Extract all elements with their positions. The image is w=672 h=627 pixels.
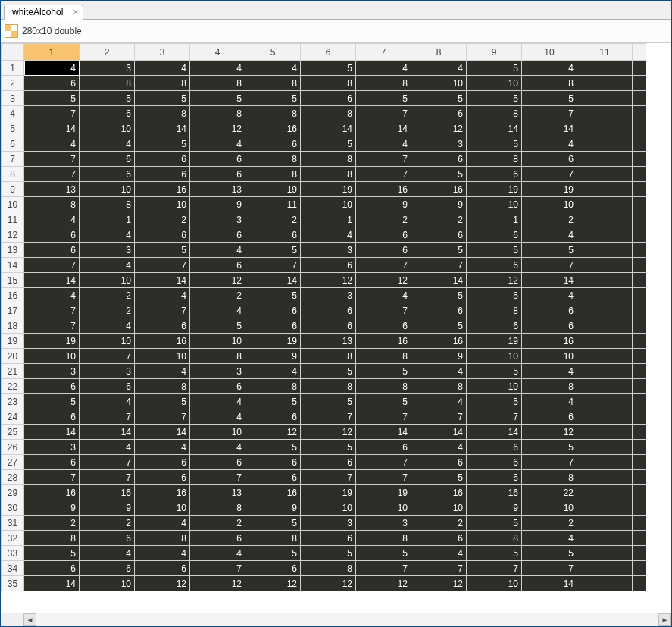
data-cell[interactable]: 7 <box>356 167 411 182</box>
row-header[interactable]: 6 <box>2 136 24 152</box>
data-cell[interactable]: 14 <box>24 576 80 591</box>
data-cell[interactable]: 5 <box>301 440 356 455</box>
data-cell[interactable]: 6 <box>190 379 245 394</box>
data-cell[interactable]: 14 <box>24 273 80 288</box>
data-cell[interactable]: 5 <box>190 91 245 106</box>
row-header[interactable]: 21 <box>2 364 24 379</box>
data-cell[interactable]: 13 <box>190 485 245 500</box>
data-cell[interactable]: 6 <box>245 470 301 485</box>
data-cell[interactable]: 8 <box>467 106 522 121</box>
data-cell[interactable]: 6 <box>190 455 245 470</box>
data-cell[interactable]: 12 <box>411 121 467 136</box>
data-cell[interactable]: 12 <box>356 576 411 591</box>
data-cell[interactable]: 4 <box>411 440 467 455</box>
data-cell[interactable]: 8 <box>467 303 522 318</box>
data-cell[interactable]: 16 <box>411 485 467 500</box>
row-header[interactable]: 33 <box>2 546 24 561</box>
row-header[interactable]: 27 <box>2 455 24 470</box>
data-cell[interactable]: 2 <box>190 288 245 303</box>
row-header[interactable]: 28 <box>2 470 24 485</box>
data-cell[interactable]: 5 <box>467 394 522 409</box>
data-cell[interactable]: 8 <box>245 76 301 91</box>
data-cell[interactable]: 10 <box>411 76 467 91</box>
row-header[interactable]: 3 <box>2 91 24 106</box>
data-cell[interactable]: 3 <box>80 364 135 379</box>
data-cell[interactable]: 14 <box>467 121 522 136</box>
data-cell[interactable]: 4 <box>80 546 135 561</box>
data-cell[interactable]: 7 <box>24 152 80 167</box>
data-cell[interactable]: 7 <box>245 258 301 273</box>
data-cell[interactable]: 13 <box>190 182 245 197</box>
data-cell[interactable]: 3 <box>24 364 80 379</box>
data-cell[interactable]: 5 <box>467 243 522 258</box>
data-cell[interactable]: 10 <box>190 334 245 349</box>
empty-cell[interactable] <box>577 455 633 470</box>
row-header[interactable]: 7 <box>2 152 24 167</box>
data-cell[interactable]: 9 <box>190 197 245 212</box>
data-cell[interactable]: 3 <box>356 516 411 531</box>
data-cell[interactable]: 10 <box>522 197 577 212</box>
data-cell[interactable]: 3 <box>190 364 245 379</box>
data-cell[interactable]: 6 <box>467 258 522 273</box>
data-cell[interactable]: 8 <box>522 76 577 91</box>
data-cell[interactable]: 4 <box>522 364 577 379</box>
data-cell[interactable]: 14 <box>135 273 190 288</box>
data-cell[interactable]: 9 <box>411 197 467 212</box>
data-cell[interactable]: 6 <box>411 152 467 167</box>
data-cell[interactable]: 8 <box>24 531 80 546</box>
data-cell[interactable]: 5 <box>522 440 577 455</box>
data-cell[interactable]: 6 <box>135 227 190 243</box>
data-cell[interactable]: 12 <box>301 425 356 440</box>
data-cell[interactable]: 6 <box>135 470 190 485</box>
data-cell[interactable]: 2 <box>522 212 577 227</box>
data-cell[interactable]: 7 <box>24 470 80 485</box>
data-cell[interactable]: 9 <box>245 500 301 516</box>
data-cell[interactable]: 10 <box>135 349 190 364</box>
row-header[interactable]: 5 <box>2 121 24 136</box>
data-cell[interactable]: 4 <box>135 516 190 531</box>
data-cell[interactable]: 6 <box>190 152 245 167</box>
data-cell[interactable]: 7 <box>301 409 356 425</box>
data-cell[interactable]: 8 <box>301 106 356 121</box>
data-cell[interactable]: 8 <box>135 76 190 91</box>
data-cell[interactable]: 2 <box>411 516 467 531</box>
data-cell[interactable]: 4 <box>301 227 356 243</box>
data-cell[interactable]: 10 <box>467 576 522 591</box>
data-cell[interactable]: 7 <box>356 303 411 318</box>
data-cell[interactable]: 10 <box>80 334 135 349</box>
row-header[interactable]: 30 <box>2 500 24 516</box>
data-cell[interactable]: 6 <box>522 152 577 167</box>
data-cell[interactable]: 6 <box>301 303 356 318</box>
data-cell[interactable]: 10 <box>467 197 522 212</box>
row-header[interactable]: 18 <box>2 318 24 334</box>
data-cell[interactable]: 6 <box>245 303 301 318</box>
data-cell[interactable]: 13 <box>301 334 356 349</box>
row-header[interactable]: 19 <box>2 334 24 349</box>
column-header[interactable]: 11 <box>577 44 633 61</box>
data-cell[interactable]: 8 <box>190 349 245 364</box>
data-cell[interactable]: 5 <box>356 546 411 561</box>
data-cell[interactable]: 22 <box>522 485 577 500</box>
data-cell[interactable]: 4 <box>245 364 301 379</box>
data-cell[interactable]: 11 <box>245 197 301 212</box>
data-cell[interactable]: 8 <box>356 76 411 91</box>
data-cell[interactable]: 8 <box>245 106 301 121</box>
data-cell[interactable]: 2 <box>522 516 577 531</box>
data-cell[interactable]: 5 <box>301 394 356 409</box>
data-cell[interactable]: 5 <box>356 91 411 106</box>
data-cell[interactable]: 14 <box>522 576 577 591</box>
data-cell[interactable]: 1 <box>80 212 135 227</box>
data-cell[interactable]: 4 <box>135 61 190 76</box>
data-cell[interactable]: 7 <box>24 318 80 334</box>
column-header[interactable]: 2 <box>80 44 135 61</box>
data-cell[interactable]: 8 <box>245 531 301 546</box>
data-cell[interactable]: 6 <box>467 167 522 182</box>
data-cell[interactable]: 4 <box>135 546 190 561</box>
empty-cell[interactable] <box>577 425 633 440</box>
data-cell[interactable]: 8 <box>245 167 301 182</box>
data-cell[interactable]: 7 <box>522 167 577 182</box>
grid-scroll-area[interactable]: 1234567891011 14344454454268888881010835… <box>1 43 671 613</box>
data-cell[interactable]: 3 <box>301 288 356 303</box>
data-cell[interactable]: 8 <box>467 152 522 167</box>
data-cell[interactable]: 16 <box>467 485 522 500</box>
